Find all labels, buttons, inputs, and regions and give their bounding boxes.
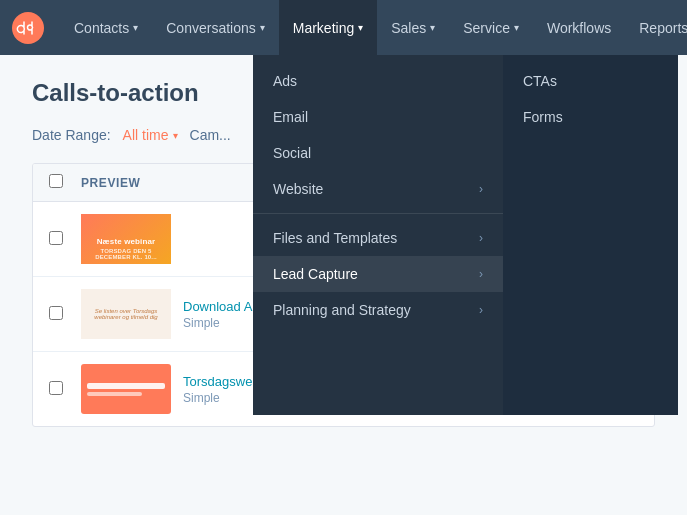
top-navigation: Contacts ▾ Conversations ▾ Marketing ▾ S… — [0, 0, 687, 55]
dropdown-website[interactable]: Website › — [253, 171, 503, 207]
conversations-chevron: ▾ — [260, 22, 265, 33]
marketing-chevron: ▾ — [358, 22, 363, 33]
dropdown-lead-capture[interactable]: Lead Capture › — [253, 256, 503, 292]
dropdown-planning-strategy[interactable]: Planning and Strategy › — [253, 292, 503, 328]
nav-contacts[interactable]: Contacts ▾ — [60, 0, 152, 55]
nav-marketing[interactable]: Marketing ▾ — [279, 0, 377, 55]
files-arrow: › — [479, 231, 483, 245]
dropdown-email[interactable]: Email — [253, 99, 503, 135]
sales-chevron: ▾ — [430, 22, 435, 33]
nav-service[interactable]: Service ▾ — [449, 0, 533, 55]
marketing-dropdown: Ads Email Social Website › Files and Tem… — [0, 55, 687, 415]
nav-reports[interactable]: Reports ▾ — [625, 0, 687, 55]
contacts-chevron: ▾ — [133, 22, 138, 33]
website-arrow: › — [479, 182, 483, 196]
dropdown-files-templates[interactable]: Files and Templates › — [253, 220, 503, 256]
nav-workflows[interactable]: Workflows — [533, 0, 625, 55]
dropdown-forms[interactable]: Forms — [503, 99, 678, 135]
nav-items: Contacts ▾ Conversations ▾ Marketing ▾ S… — [60, 0, 687, 55]
dropdown-right-panel: CTAs Forms — [503, 55, 678, 415]
planning-arrow: › — [479, 303, 483, 317]
lead-capture-arrow: › — [479, 267, 483, 281]
hubspot-logo[interactable] — [12, 12, 44, 44]
service-chevron: ▾ — [514, 22, 519, 33]
dropdown-ctas[interactable]: CTAs — [503, 63, 678, 99]
dropdown-social[interactable]: Social — [253, 135, 503, 171]
nav-sales[interactable]: Sales ▾ — [377, 0, 449, 55]
dropdown-ads[interactable]: Ads — [253, 63, 503, 99]
dropdown-left-panel: Ads Email Social Website › Files and Tem… — [253, 55, 503, 415]
dropdown-divider — [253, 213, 503, 214]
nav-conversations[interactable]: Conversations ▾ — [152, 0, 279, 55]
